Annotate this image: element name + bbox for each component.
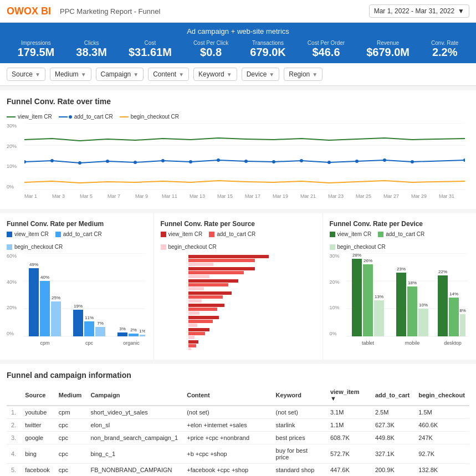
- legend-medium-cart-label: add_to_cart CR: [63, 231, 102, 237]
- legend-view-item-label: view_item CR: [18, 114, 52, 120]
- svg-rect-42: [40, 281, 50, 336]
- col-view-item[interactable]: view_item ▼: [326, 385, 371, 406]
- filter-content[interactable]: Content ▼: [148, 68, 189, 81]
- svg-text:Mar 13: Mar 13: [190, 193, 205, 199]
- table-row: 1. youtube cpm short_video_yt_sales (not…: [7, 406, 469, 419]
- svg-rect-92: [188, 348, 191, 350]
- svg-rect-72: [188, 287, 204, 290]
- logo: OWOX BI: [7, 6, 51, 17]
- medium-chart-legend: view_item CR add_to_cart CR begin_checko…: [7, 231, 147, 250]
- svg-text:Mar 25: Mar 25: [356, 193, 371, 199]
- legend-begin-checkout-label: begin_checkout CR: [131, 114, 179, 120]
- svg-rect-75: [188, 295, 223, 299]
- svg-rect-87: [188, 332, 205, 335]
- row-keyword-3: best prices: [272, 432, 326, 444]
- row-source-5: facebook: [21, 464, 54, 477]
- row-campaign-4: bing_c_1: [86, 444, 182, 464]
- legend-source-cart: add_to_cart CR: [209, 231, 255, 237]
- row-keyword-1: (not set): [272, 406, 326, 419]
- filters-bar: Source ▼ Medium ▼ Campaign ▼ Content ▼ K…: [0, 63, 476, 86]
- row-begin-checkout-2: 460.6K: [414, 419, 469, 432]
- col-source[interactable]: Source: [21, 385, 54, 406]
- row-num-1: 1.: [7, 406, 21, 419]
- svg-rect-118: [449, 298, 459, 336]
- svg-point-15: [327, 161, 331, 164]
- row-medium-5: cpc: [54, 464, 86, 477]
- device-y-axis: 30% 20% 10% 0%: [330, 253, 340, 336]
- svg-rect-68: [188, 275, 209, 278]
- svg-point-14: [300, 159, 303, 162]
- source-chart-title: Funnel Conv. Rate per Source: [161, 220, 316, 228]
- row-content-2: +elon +internet +sales: [182, 419, 271, 432]
- legend-source-view-rect: [161, 232, 166, 237]
- filter-keyword[interactable]: Keyword ▼: [193, 68, 237, 81]
- svg-text:3%: 3%: [119, 326, 126, 331]
- line-chart-container: 30% 20% 10% 0%: [7, 123, 469, 202]
- y-label-30: 30%: [7, 123, 17, 129]
- source-chart-col: Funnel Conv. Rate per Source view_item C…: [154, 213, 323, 360]
- row-view-item-3: 608.7K: [326, 432, 371, 444]
- line-chart-section: Funnel Conv. Rate over time view_item CR…: [0, 90, 476, 209]
- svg-text:Mar 9: Mar 9: [135, 193, 148, 199]
- svg-rect-70: [188, 279, 238, 283]
- source-chart-svg: tiktok youtube bing twitter: [188, 253, 316, 350]
- chevron-down-icon: ▼: [227, 71, 232, 78]
- filter-campaign[interactable]: Campaign ▼: [96, 68, 144, 81]
- metric-cpc: Cost Per Click $0.8: [193, 40, 228, 59]
- chevron-down-icon: ▼: [133, 71, 139, 78]
- row-content-4: +b +cpc +shop: [182, 444, 271, 464]
- svg-text:1%: 1%: [139, 329, 145, 334]
- svg-point-6: [78, 161, 81, 165]
- chevron-down-icon: ▼: [458, 7, 464, 15]
- row-begin-checkout-3: 247K: [414, 432, 469, 444]
- svg-text:Mar 1: Mar 1: [24, 193, 37, 199]
- col-medium[interactable]: Medium: [54, 385, 86, 406]
- metric-clicks: Clicks 38.3M: [76, 40, 107, 59]
- row-source-4: bing: [21, 444, 54, 464]
- filter-region[interactable]: Region ▼: [284, 68, 323, 81]
- filter-keyword-label: Keyword: [198, 70, 224, 78]
- svg-rect-82: [188, 316, 219, 319]
- row-view-item-1: 3.1M: [326, 406, 371, 419]
- chevron-down-icon: ▼: [35, 71, 40, 78]
- row-medium-2: cpc: [54, 419, 86, 432]
- legend-device-checkout: begin_checkout CR: [330, 244, 386, 250]
- device-chart-area: 30% 20% 10% 0% 28% 26% 13%: [330, 253, 470, 353]
- col-begin-checkout[interactable]: begin_checkout: [414, 385, 469, 406]
- y-label-10: 10%: [7, 163, 17, 169]
- filter-medium[interactable]: Medium ▼: [50, 68, 91, 81]
- svg-text:8%: 8%: [459, 308, 466, 313]
- date-range-picker[interactable]: Mar 1, 2022 - Mar 31, 2022 ▼: [369, 4, 469, 18]
- svg-text:26%: 26%: [363, 258, 372, 263]
- legend-device-cart-label: add_to_cart CR: [386, 231, 424, 237]
- filter-source[interactable]: Source ▼: [7, 68, 45, 81]
- device-y-30: 30%: [330, 253, 340, 259]
- metrics-banner: Ad campaign + web-site metrics Impressio…: [0, 23, 476, 63]
- legend-medium-view-label: view_item CR: [14, 231, 49, 237]
- svg-text:Mar 21: Mar 21: [300, 193, 316, 199]
- chevron-down-icon: ▼: [178, 71, 184, 78]
- legend-source-view: view_item CR: [161, 231, 203, 237]
- row-num-4: 4.: [7, 444, 21, 464]
- metric-revenue: Revenue $679.0M: [366, 40, 410, 59]
- row-add-to-cart-4: 327.1K: [371, 444, 414, 464]
- col-add-to-cart[interactable]: add_to_cart: [371, 385, 414, 406]
- col-campaign[interactable]: Campaign: [86, 385, 182, 406]
- col-content[interactable]: Content: [182, 385, 271, 406]
- chevron-down-icon: ▼: [269, 71, 274, 78]
- svg-point-16: [355, 160, 359, 163]
- filter-content-label: Content: [153, 70, 176, 78]
- svg-rect-79: [188, 308, 217, 311]
- row-medium-4: cpc: [54, 444, 86, 464]
- svg-text:Mar 19: Mar 19: [273, 193, 288, 199]
- medium-chart-col: Funnel Conv. Rate per Medium view_item C…: [0, 213, 154, 360]
- filter-device[interactable]: Device ▼: [242, 68, 280, 81]
- col-keyword[interactable]: Keyword: [272, 385, 326, 406]
- legend-device-view: view_item CR: [330, 231, 372, 237]
- legend-medium-cart: add_to_cart CR: [55, 231, 102, 237]
- metric-transactions: Transactions 679.0K: [250, 40, 286, 59]
- medium-y-0: 0%: [7, 331, 17, 336]
- svg-text:49%: 49%: [29, 262, 38, 267]
- table-row: 4. bing cpc bing_c_1 +b +cpc +shop buy f…: [7, 444, 469, 464]
- table-body: 1. youtube cpm short_video_yt_sales (not…: [7, 406, 469, 476]
